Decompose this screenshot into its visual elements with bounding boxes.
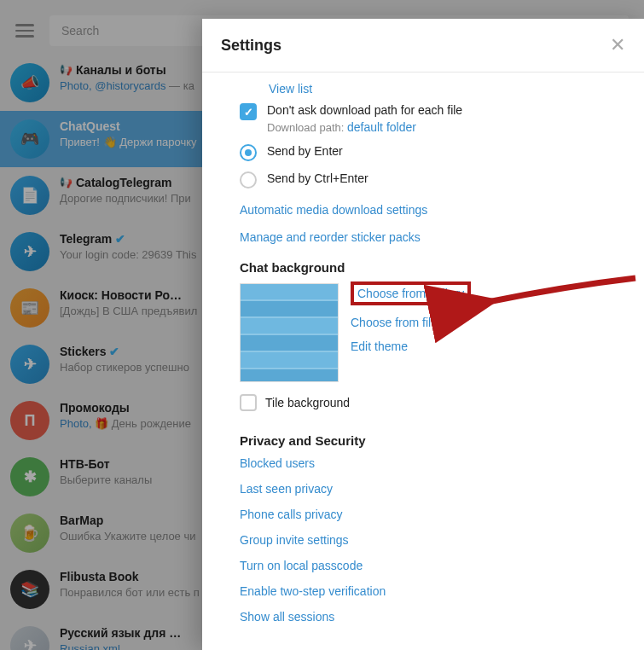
- tile-label: Tile background: [265, 396, 350, 409]
- checkbox-checked-icon: [240, 103, 257, 120]
- radio-icon: [240, 171, 257, 189]
- local-passcode-link[interactable]: Turn on local passcode: [240, 559, 644, 572]
- send-ctrl-enter-radio[interactable]: Send by Ctrl+Enter: [240, 166, 644, 194]
- send-enter-label: Send by Enter: [267, 144, 343, 158]
- send-ctrl-enter-label: Send by Ctrl+Enter: [267, 171, 368, 185]
- last-seen-link[interactable]: Last seen privacy: [240, 482, 644, 496]
- send-enter-radio[interactable]: Send by Enter: [240, 139, 644, 166]
- sticker-packs-link[interactable]: Manage and reorder sticker packs: [240, 230, 421, 244]
- two-step-link[interactable]: Enable two-step verification: [240, 584, 644, 598]
- edit-theme-link[interactable]: Edit theme: [351, 340, 408, 353]
- blocked-users-link[interactable]: Blocked users: [240, 456, 644, 470]
- chat-background-title: Chat background: [240, 260, 644, 275]
- privacy-title: Privacy and Security: [240, 433, 644, 448]
- download-path-sub: Download path: default folder: [267, 120, 462, 134]
- settings-panel: Settings ✕ View list Don't ask download …: [202, 19, 644, 650]
- sessions-link[interactable]: Show all sessions: [240, 610, 644, 624]
- choose-from-file-link[interactable]: Choose from file: [351, 316, 438, 329]
- highlighted-option: Choose from gallery: [351, 281, 471, 305]
- settings-title: Settings: [221, 37, 281, 55]
- tile-background-checkbox[interactable]: Tile background: [240, 394, 644, 411]
- download-check-label: Don't ask download path for each file: [267, 103, 462, 117]
- choose-from-gallery-link[interactable]: Choose from gallery: [357, 287, 464, 300]
- view-list-link[interactable]: View list: [269, 82, 312, 96]
- download-path-checkbox[interactable]: Don't ask download path for each file Do…: [240, 98, 644, 139]
- auto-media-link[interactable]: Automatic media download settings: [240, 203, 427, 217]
- checkbox-icon: [240, 394, 257, 411]
- phone-calls-link[interactable]: Phone calls privacy: [240, 508, 644, 521]
- radio-selected-icon: [240, 144, 257, 161]
- background-thumbnail[interactable]: [240, 283, 339, 382]
- close-icon[interactable]: ✕: [610, 34, 625, 56]
- group-invite-link[interactable]: Group invite settings: [240, 533, 644, 547]
- default-folder-link[interactable]: default folder: [347, 120, 416, 134]
